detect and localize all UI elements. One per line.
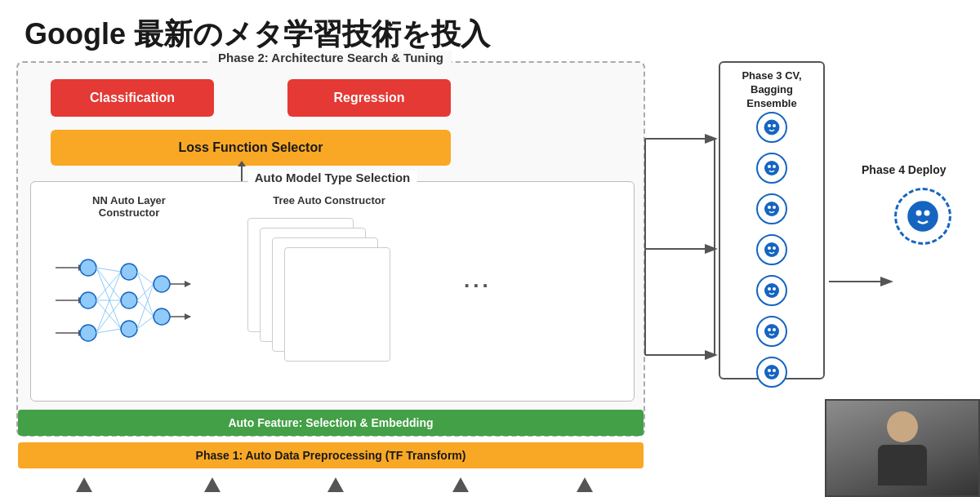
auto-model-label: Auto Model Type Selection [248, 171, 417, 184]
svg-point-65 [773, 206, 776, 209]
svg-point-28 [154, 308, 170, 325]
phase4-brain-icon [894, 188, 951, 245]
phase2-box: Phase 2: Architecture Search & Tuning Cl… [16, 61, 645, 437]
svg-point-68 [773, 246, 776, 250]
arrow-up-loss [241, 166, 243, 182]
svg-point-20 [121, 321, 137, 337]
tree-cards: tree T [243, 223, 423, 374]
data-icon-numeric: 123 123 [194, 477, 230, 497]
svg-marker-43 [76, 477, 92, 492]
svg-line-17 [96, 329, 121, 333]
classification-button[interactable]: Classification [51, 79, 214, 117]
phase1-bar: Phase 1: Auto Data Preprocessing (TF Tra… [18, 442, 644, 468]
dots-label: ... [464, 268, 492, 293]
svg-point-67 [768, 246, 771, 250]
tree-card-1 [284, 247, 390, 362]
svg-point-76 [768, 369, 771, 372]
svg-point-7 [80, 292, 96, 308]
svg-line-24 [137, 300, 154, 317]
neural-network-diagram [47, 227, 194, 374]
svg-point-80 [924, 211, 930, 216]
auto-model-box: Auto Model Type Selection NN Auto LayerC… [30, 181, 635, 402]
auto-feature-bar: Auto Feature: Selection & Embedding [18, 410, 644, 436]
nn-label: NN Auto LayerConstructor [80, 194, 178, 219]
data-icons-row: Categorical 123 123 ≡ Text 🕐 DateTime ··… [18, 471, 647, 497]
loss-function-selector: Loss Function Selector [51, 130, 451, 166]
diagram-area: Phase 2: Architecture Search & Tuning Cl… [16, 61, 719, 477]
svg-marker-47 [327, 477, 344, 492]
svg-point-78 [908, 202, 938, 231]
svg-point-62 [773, 165, 776, 168]
webcam-box [825, 399, 980, 497]
svg-marker-32 [185, 313, 191, 320]
svg-line-22 [137, 272, 154, 317]
brain-icon-6 [756, 316, 787, 347]
phase3-box: Phase 3 CV,BaggingEnsemble [719, 61, 825, 379]
svg-line-25 [137, 284, 154, 329]
brain-icon-1 [756, 112, 787, 143]
brain-icon-3 [756, 193, 787, 224]
svg-point-18 [121, 264, 137, 280]
person-body [878, 445, 927, 486]
phase3-label: Phase 3 CV,BaggingEnsemble [727, 69, 817, 111]
svg-point-69 [764, 283, 779, 298]
brain-icon-2 [756, 153, 787, 184]
brain-icon-4 [756, 234, 787, 265]
data-icon-categorical: Categorical [62, 477, 108, 497]
svg-point-27 [154, 276, 170, 292]
svg-point-57 [764, 120, 779, 135]
svg-point-79 [916, 211, 922, 216]
svg-point-64 [768, 206, 771, 209]
page-title: Google 最新のメタ学習技術を投入 [24, 15, 490, 55]
data-icon-text: ≡ Text [318, 477, 354, 497]
svg-point-8 [80, 325, 96, 341]
svg-point-77 [773, 369, 776, 372]
svg-marker-46 [204, 477, 220, 492]
svg-point-70 [768, 287, 771, 291]
webcam-person [826, 401, 978, 495]
brain-icon-5 [756, 275, 787, 306]
person-figure [878, 411, 927, 486]
svg-point-73 [768, 328, 771, 331]
svg-marker-49 [577, 477, 593, 492]
tree-constructor-label: Tree Auto Constructor [268, 194, 390, 206]
svg-line-9 [96, 268, 121, 272]
svg-point-66 [764, 242, 779, 257]
data-icon-datetime: 🕐 DateTime [441, 477, 479, 497]
brain-icon-7 [756, 357, 787, 388]
person-head [887, 411, 918, 442]
svg-line-11 [96, 268, 121, 329]
data-icon-more: ··· ... [567, 477, 603, 497]
svg-marker-30 [185, 281, 191, 287]
brain-icons-col [756, 112, 787, 388]
svg-point-60 [764, 161, 779, 175]
svg-point-58 [768, 124, 771, 127]
phase4-label: Phase 4 Deploy [862, 163, 947, 176]
svg-point-6 [80, 260, 96, 276]
svg-point-74 [773, 328, 776, 331]
svg-point-59 [773, 124, 776, 127]
svg-point-63 [764, 202, 779, 216]
svg-point-72 [764, 324, 779, 339]
regression-button[interactable]: Regression [287, 79, 451, 117]
phase2-label: Phase 2: Architecture Search & Tuning [210, 51, 452, 64]
svg-line-23 [137, 284, 154, 300]
svg-point-61 [768, 165, 771, 168]
svg-point-71 [773, 287, 776, 291]
svg-point-75 [764, 365, 779, 379]
svg-point-19 [121, 292, 137, 308]
svg-line-15 [96, 272, 121, 333]
svg-marker-48 [452, 477, 469, 492]
